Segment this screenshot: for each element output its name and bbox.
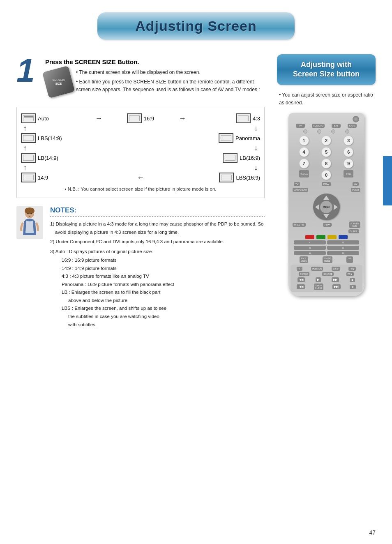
remote-btn-hold[interactable]: ⊟ [327, 246, 359, 250]
remote-btn-ff[interactable]: ▶▶ [332, 277, 339, 282]
arrow-lbs149-to-auto: ↑ [21, 124, 29, 133]
remote-btn-pr-up2[interactable]: PR▲ [348, 267, 356, 271]
remote-btn-2[interactable]: 2 [321, 136, 331, 145]
remote-btn-screen-size[interactable]: SCREENSIZE [349, 221, 360, 228]
remote-btn-prev-pr[interactable]: PREV PR [293, 223, 306, 227]
remote-btn-6[interactable]: 6 [344, 147, 353, 157]
arrow-lb169-to-lbs169: ↓ [252, 164, 260, 172]
remote-btn-blue[interactable] [339, 235, 348, 239]
remote-btn-pause[interactable]: ⏸ [350, 285, 356, 289]
remote-btn-prev[interactable]: |◀◀ [297, 284, 305, 289]
svg-point-3 [31, 213, 32, 214]
remote-btn-9[interactable]: 9 [344, 159, 353, 168]
remote-btn-menu[interactable]: MENU [320, 201, 332, 213]
arrow-auto-to-169: → [93, 114, 104, 123]
remote-catv-btn[interactable]: CATV [348, 124, 357, 128]
remote-btn-still[interactable]: STILL [344, 170, 353, 177]
remote-nav-down[interactable] [323, 214, 329, 218]
arrow-149-to-lb149: ↑ [21, 164, 29, 172]
remote-btn-recall[interactable]: RECALL [299, 170, 309, 177]
remote-led-2 [317, 129, 321, 134]
remote-btn-swap[interactable]: SWAP [332, 267, 340, 271]
remote-btn-yellow[interactable] [327, 235, 337, 239]
notes-person-icon [16, 206, 45, 329]
note-3-panorama: Panorama : 16:9 picture formats with pan… [50, 281, 265, 289]
remote-btn-av[interactable]: AV [353, 182, 359, 186]
arrow-169-to-43: → [177, 114, 188, 123]
remote-nav-up[interactable] [323, 196, 329, 200]
page-number: 47 [369, 529, 376, 536]
step-desc-2: • Each time you press the SCREEN SIZE bu… [76, 78, 265, 94]
mode-lb169: LB(16:9) [180, 153, 260, 163]
note-3-169: 16:9 : 16:9 picture formats [50, 256, 265, 265]
remote-btn-tv[interactable]: TV [294, 182, 300, 186]
page-title: Adjusting Screen [110, 18, 282, 34]
remote-btn-8[interactable]: 8 [321, 159, 331, 168]
remote-sat-btn[interactable]: SAT [332, 124, 341, 128]
remote-btn-pict-mode[interactable]: PICT.MODE [300, 256, 308, 263]
note-2: 2) Under Component,PC and DVI inputs,onl… [50, 238, 265, 246]
adjust-banner: Adjusting with Screen Size button [277, 54, 376, 85]
notes-title: NOTES: [50, 206, 265, 217]
remote-btn-red[interactable] [305, 235, 314, 239]
remote-btn-mix[interactable]: ⊠ [294, 251, 326, 255]
remote-btn-position[interactable]: POSITION [311, 267, 323, 271]
notes-content: NOTES: 1) Displaying a picture in a 4:3 … [50, 206, 265, 329]
remote-nav-left[interactable] [315, 204, 319, 210]
adjust-desc: • You can adjust screen size or aspect r… [277, 91, 376, 107]
person-svg [16, 206, 43, 239]
remote-btn-iii[interactable]: I-II [346, 256, 353, 263]
remote-btn-component[interactable]: COMPONENT [293, 188, 309, 192]
remote-btn-reveal[interactable]: ⊡ [327, 240, 359, 244]
remote-btn-source[interactable]: SOURCE [322, 272, 333, 276]
remote-btn-pip[interactable]: PIP [297, 267, 302, 271]
remote-btn-play[interactable]: ▶ [316, 277, 321, 282]
remote-btn-5[interactable]: 5 [321, 147, 331, 157]
main-content: 1 Press the SCREEN SIZE Button. SCREENSI… [0, 50, 392, 337]
nb-note: • N.B. : You cannot select screen size i… [21, 187, 260, 191]
remote-btn-pr-down2[interactable]: PR▼ [346, 272, 354, 276]
left-column: 1 Press the SCREEN SIZE Button. SCREENSI… [16, 54, 265, 329]
remote-vcr-btn[interactable]: VCR/DVD [312, 124, 325, 128]
remote-tv-btn[interactable]: TV [296, 124, 305, 128]
arrow-panorama-to-lb169: ↓ [252, 144, 260, 152]
remote-btn-rew[interactable]: ◀◀ [297, 277, 305, 282]
note-3-149: 14:9 : 14:9 picture formats [50, 265, 265, 273]
remote-btn-next[interactable]: ▶▶| [332, 284, 341, 289]
remote-btn-text[interactable]: ≡ [294, 240, 326, 244]
remote-nav-right[interactable] [334, 204, 338, 210]
step-1-section: 1 Press the SCREEN SIZE Button. SCREENSI… [16, 54, 265, 99]
screen-size-btn-label: SCREENSIZE [53, 78, 65, 85]
step-desc-1: • The current screen size will be displa… [76, 69, 265, 76]
remote-btn-pr-down[interactable]: PR▼ [323, 223, 332, 227]
remote-btn-sound-mode[interactable]: SOUNDMODE [323, 256, 332, 263]
mode-4-3: 4:3 [188, 113, 260, 123]
remote-control: TV VCR/DVD SAT CATV 1 2 3 4 5 6 7 [288, 113, 364, 296]
mode-lbs149: LBS(14:9) [21, 133, 101, 143]
step-descriptions: • The current screen size will be displa… [76, 69, 265, 95]
remote-btn-green[interactable] [316, 235, 325, 239]
remote-btn-pcdvi[interactable]: PC/DVI [351, 188, 360, 192]
remote-btn-size[interactable]: ⊡ [327, 251, 359, 255]
remote-btn-index[interactable]: ⊞ [294, 246, 326, 250]
remote-btn-pr-up[interactable]: PR▲ [322, 182, 331, 186]
page-title-banner: Adjusting Screen [97, 12, 295, 40]
remote-btn-3[interactable]: 3 [344, 136, 353, 145]
remote-btn-7[interactable]: 7 [299, 159, 309, 168]
note-3-43: 4:3 : 4:3 picture formats like an analog… [50, 272, 265, 281]
arrow-lb149-to-lbs149: ↑ [21, 144, 29, 152]
remote-btn-stop[interactable]: ■ [350, 278, 355, 282]
remote-bottom-section: PIP POSITION SWAP PR▲ BUFFER SOURCE PR▼ … [291, 265, 362, 292]
remote-btn-0[interactable]: 0 [321, 170, 331, 180]
note-3-lbs-cont1: the subtitles in case you are watching v… [50, 313, 265, 321]
mode-auto: Auto [21, 113, 93, 123]
remote-btn-buffer[interactable]: BUFFER [299, 272, 309, 276]
blue-side-tab [383, 156, 392, 205]
screen-size-button-icon: SCREENSIZE [42, 66, 75, 99]
mode-149: 14:9 [21, 173, 135, 182]
note-3-lbs: LBS : Enlarges the screen, and shifts up… [50, 304, 265, 313]
remote-btn-1[interactable]: 1 [299, 136, 309, 145]
remote-btn-open-close[interactable]: OPEN/CLOSE [314, 284, 323, 290]
remote-btn-4[interactable]: 4 [299, 147, 309, 157]
remote-btn-sleep[interactable]: SLEEP [348, 229, 359, 233]
